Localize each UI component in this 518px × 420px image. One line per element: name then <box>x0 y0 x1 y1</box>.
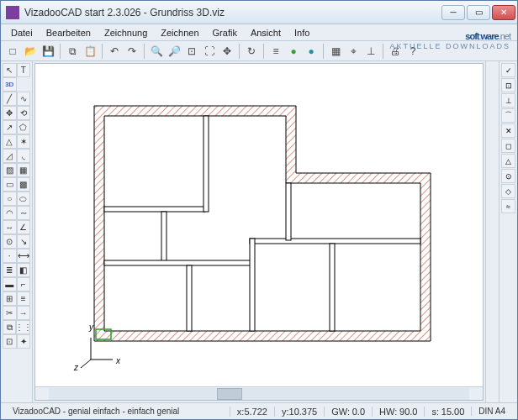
status-y: y:10.375 <box>274 407 324 417</box>
pointer-tool[interactable]: ↖ <box>3 63 17 77</box>
zoom-in-icon[interactable]: 🔍 <box>148 43 165 60</box>
floorplan-drawing <box>77 89 447 358</box>
midpoint-icon[interactable]: △ <box>501 154 515 168</box>
tangent-icon[interactable]: ⌒ <box>501 108 515 123</box>
menu-datei[interactable]: Datei <box>4 26 40 39</box>
hatch-rect-tool[interactable]: ▩ <box>17 177 31 192</box>
arrow-tool[interactable]: ↗ <box>3 120 17 134</box>
text-tool[interactable]: T <box>17 63 31 77</box>
menu-ansicht[interactable]: Ansicht <box>244 26 288 39</box>
color-tool[interactable]: ◧ <box>17 263 31 277</box>
color-swatch-teal[interactable]: ● <box>303 43 320 60</box>
intersect-icon[interactable]: ✕ <box>501 123 515 138</box>
door-tool[interactable]: ⌐ <box>17 277 31 291</box>
dim-angle-tool[interactable]: ∠ <box>17 220 31 234</box>
zoom-out-icon[interactable]: 🔎 <box>166 43 182 60</box>
3d-toggle[interactable]: 3D <box>3 77 17 92</box>
dim-linear-tool[interactable]: ↔ <box>3 220 17 234</box>
grid-tool[interactable]: ▦ <box>17 163 31 177</box>
move-tool[interactable]: ✥ <box>3 106 17 120</box>
menu-zeichnung[interactable]: Zeichnung <box>98 26 154 39</box>
dim-radius-tool[interactable]: ⊙ <box>3 234 17 249</box>
new-file-icon[interactable]: □ <box>4 43 21 60</box>
copy-icon[interactable]: ⧉ <box>64 43 81 60</box>
watermark-brand-c: .net <box>499 31 510 41</box>
star-tool[interactable]: ✶ <box>17 134 31 149</box>
drawing-canvas[interactable]: y x z <box>35 64 483 386</box>
line-tool[interactable]: ╱ <box>3 92 17 106</box>
titlebar: VizadooCAD start 2.3.026 - Grundriss 3D.… <box>1 1 517 24</box>
undo-icon[interactable]: ↶ <box>106 43 123 60</box>
menu-zeichnen[interactable]: Zeichnen <box>154 26 205 39</box>
node-edit-icon[interactable]: ⊡ <box>501 78 515 92</box>
redraw-icon[interactable]: ↻ <box>243 43 260 60</box>
measure-tool[interactable]: ⟷ <box>17 249 31 263</box>
ellipse-tool[interactable]: ⬭ <box>17 192 31 206</box>
fillet-tool[interactable]: ◟ <box>17 149 31 163</box>
point-tool[interactable]: · <box>3 249 17 263</box>
perpend-icon[interactable]: ⊥ <box>501 93 515 108</box>
quad-icon[interactable]: ◇ <box>501 184 515 198</box>
status-tagline: VizadooCAD - genial einfach - einfach ge… <box>6 407 230 416</box>
circle-tool[interactable]: ○ <box>3 192 17 206</box>
extend-tool[interactable]: → <box>17 306 31 320</box>
array-tool[interactable]: ⋮⋮ <box>16 320 30 334</box>
close-button[interactable]: ✕ <box>492 5 515 20</box>
color-swatch-green[interactable]: ● <box>285 43 302 60</box>
triangle-tool[interactable]: △ <box>3 134 17 149</box>
paste-icon[interactable]: 📋 <box>82 43 98 60</box>
minimize-button[interactable]: ─ <box>441 5 465 20</box>
print-icon[interactable]: 🖨 <box>387 43 404 60</box>
status-x: x:5.722 <box>230 407 274 417</box>
svg-rect-6 <box>250 239 420 244</box>
status-gw: GW: 0.0 <box>324 407 372 417</box>
snap-icon[interactable]: ⌖ <box>345 43 362 60</box>
main-toolbar: □📂💾⧉📋↶↷🔍🔎⊡⛶✥↻≡●●▦⌖⊥🖨? <box>1 41 517 61</box>
layer-tool[interactable]: ≣ <box>3 263 17 277</box>
stairs-tool[interactable]: ≡ <box>17 291 31 306</box>
group-tool[interactable]: ⊡ <box>3 334 17 349</box>
explode-tool[interactable]: ✦ <box>17 334 31 349</box>
chamfer-tool[interactable]: ◿ <box>3 149 17 163</box>
zoom-fit-icon[interactable]: ⛶ <box>201 43 218 60</box>
wall-tool[interactable]: ▬ <box>3 277 17 291</box>
hscroll-thumb[interactable] <box>217 388 242 400</box>
svg-rect-1 <box>104 207 205 212</box>
menu-info[interactable]: Info <box>288 26 316 39</box>
check-icon[interactable]: ✓ <box>501 63 515 77</box>
svg-rect-4 <box>104 260 251 265</box>
menu-grafik[interactable]: Grafik <box>206 26 244 39</box>
arc-tool[interactable]: ◠ <box>3 206 17 220</box>
trim-tool[interactable]: ✂ <box>3 306 17 320</box>
app-window: VizadooCAD start 2.3.026 - Grundriss 3D.… <box>0 0 518 420</box>
polyline-tool[interactable]: ∿ <box>17 92 31 106</box>
axis-z-label: z <box>74 363 78 372</box>
horizontal-scrollbar[interactable] <box>35 386 483 400</box>
zoom-window-icon[interactable]: ⊡ <box>183 43 200 60</box>
status-paper: DIN A4 <box>471 407 512 416</box>
svg-rect-2 <box>204 116 209 212</box>
rect-tool[interactable]: ▭ <box>3 177 17 192</box>
save-icon[interactable]: 💾 <box>40 43 56 60</box>
endpoint-icon[interactable]: ◻ <box>501 139 515 153</box>
open-file-icon[interactable]: 📂 <box>22 43 39 60</box>
near-icon[interactable]: ≈ <box>501 199 515 213</box>
polygon-tool[interactable]: ⬠ <box>17 120 31 134</box>
pan-icon[interactable]: ✥ <box>219 43 235 60</box>
window-title: VizadooCAD start 2.3.026 - Grundriss 3D.… <box>24 7 441 18</box>
menu-bearbeiten[interactable]: Bearbeiten <box>40 26 98 39</box>
leader-tool[interactable]: ↘ <box>17 234 31 249</box>
help-icon[interactable]: ? <box>404 43 421 60</box>
spline-tool[interactable]: ∼ <box>17 206 31 220</box>
vertical-scrollbar[interactable] <box>485 61 499 402</box>
ortho-icon[interactable]: ⊥ <box>362 43 379 60</box>
redo-icon[interactable]: ↷ <box>124 43 140 60</box>
center-icon[interactable]: ⊙ <box>501 169 515 183</box>
hatch-tool[interactable]: ▨ <box>3 163 17 177</box>
grid-toggle-icon[interactable]: ▦ <box>327 43 344 60</box>
window-tool[interactable]: ⊞ <box>3 291 17 306</box>
rotate-tool[interactable]: ⟲ <box>17 106 31 120</box>
maximize-button[interactable]: ▭ <box>467 5 490 20</box>
svg-rect-9 <box>286 183 291 240</box>
layer-icon[interactable]: ≡ <box>267 43 284 60</box>
